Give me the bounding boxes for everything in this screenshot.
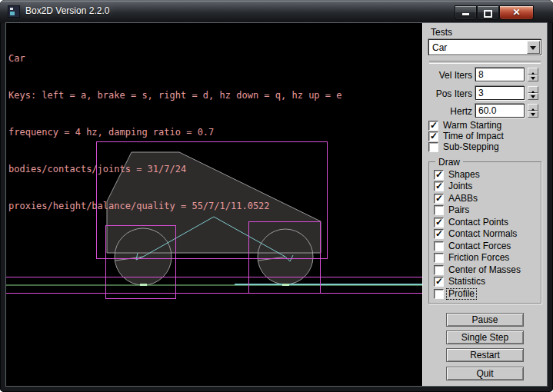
pairs-label: Pairs [448, 205, 469, 215]
draw-group: Draw Shapes Joints AABBs Pairs [428, 161, 541, 304]
spinner-up-button[interactable] [528, 86, 538, 93]
sub-stepping-checkbox[interactable] [428, 142, 438, 152]
titlebar[interactable]: Box2D Version 2.2.0 ✕ [0, 0, 553, 23]
debug-text-overlay: Car Keys: left = a, brake = s, right = d… [8, 28, 341, 237]
keys-help-text: Keys: left = a, brake = s, right = d, hz… [8, 89, 341, 101]
shapes-label: Shapes [448, 170, 480, 180]
profile-label: Profile [447, 289, 476, 299]
hertz-label: Hertz [423, 106, 472, 117]
joints-checkbox[interactable] [434, 181, 444, 191]
client-area: Car Keys: left = a, brake = s, right = d… [6, 23, 547, 386]
time-of-impact-label: Time of Impact [443, 131, 504, 141]
contact-points-checkbox[interactable] [434, 218, 444, 228]
time-of-impact-checkbox[interactable] [428, 131, 438, 141]
contact-forces-checkbox[interactable] [434, 241, 444, 251]
separator [429, 61, 541, 64]
app-window: Box2D Version 2.2.0 ✕ [0, 0, 553, 392]
chevron-down-icon [530, 46, 536, 53]
vel-iters-spinner [528, 68, 538, 81]
draw-group-legend: Draw [435, 157, 463, 168]
single-step-button[interactable]: Single Step [446, 331, 524, 344]
center-of-masses-checkbox[interactable] [434, 265, 444, 275]
front-contact-point [282, 284, 289, 286]
simulation-canvas[interactable]: Car Keys: left = a, brake = s, right = d… [6, 23, 422, 386]
rear-contact-point [140, 284, 147, 286]
app-icon-pixel [10, 12, 15, 15]
hertz-input[interactable] [475, 104, 525, 118]
spinner-down-button[interactable] [528, 93, 538, 100]
close-button[interactable]: ✕ [499, 5, 534, 20]
pos-iters-input[interactable] [475, 86, 525, 100]
spinner-down-button[interactable] [528, 75, 538, 81]
minimize-icon [462, 13, 469, 15]
profile-checkbox[interactable] [434, 289, 444, 299]
statistics-label: Statistics [448, 277, 485, 287]
maximize-button[interactable] [477, 5, 499, 20]
pos-iters-row: Pos Iters [423, 86, 548, 100]
vel-iters-input[interactable] [475, 68, 525, 81]
pairs-checkbox[interactable] [434, 205, 444, 215]
contact-points-label: Contact Points [448, 218, 508, 228]
friction-forces-label: Friction Forces [448, 253, 509, 263]
arrow-down-icon [531, 113, 535, 118]
vel-iters-label: Vel Iters [423, 70, 472, 81]
pos-iters-label: Pos Iters [423, 88, 472, 99]
test-name-text: Car [8, 52, 341, 65]
contact-forces-label: Contact Forces [448, 241, 511, 251]
shapes-checkbox[interactable] [434, 170, 444, 180]
quit-button[interactable]: Quit [446, 367, 524, 380]
contact-normals-checkbox[interactable] [434, 229, 444, 239]
proxies-stats-text: proxies/height/balance/quality = 55/7/1/… [8, 200, 341, 212]
aabbs-label: AABBs [448, 194, 478, 204]
spinner-up-button[interactable] [528, 104, 538, 111]
arrow-down-icon [531, 77, 535, 82]
hertz-row: Hertz [423, 104, 548, 118]
control-panel: Tests Car Vel Iters Pos Iters [422, 23, 547, 386]
statistics-checkbox[interactable] [434, 277, 444, 287]
spinner-down-button[interactable] [528, 111, 538, 118]
center-of-masses-label: Center of Masses [448, 265, 521, 275]
minimize-button[interactable] [455, 5, 477, 20]
app-icon-pixel [10, 8, 13, 10]
contact-normals-label: Contact Normals [448, 229, 517, 239]
close-icon: ✕ [500, 7, 533, 18]
tests-dropdown[interactable]: Car [428, 39, 541, 55]
restart-button[interactable]: Restart [446, 348, 524, 362]
sub-stepping-label: Sub-Stepping [443, 142, 499, 152]
arrow-down-icon [531, 95, 535, 101]
window-title: Box2D Version 2.2.0 [25, 0, 109, 23]
frequency-text: frequency = 4 hz, damping ratio = 0.7 [8, 126, 341, 138]
app-icon [8, 5, 20, 18]
tests-dropdown-value: Car [432, 42, 447, 53]
tests-dropdown-button[interactable] [527, 41, 540, 54]
bodies-stats-text: bodies/contacts/joints = 31/7/24 [8, 163, 341, 175]
hertz-spinner [528, 104, 538, 118]
spinner-up-button[interactable] [528, 68, 538, 75]
warm-starting-checkbox[interactable] [428, 121, 438, 131]
maximize-icon [484, 10, 492, 18]
friction-forces-checkbox[interactable] [434, 253, 444, 263]
aabbs-checkbox[interactable] [434, 194, 444, 204]
warm-starting-label: Warm Starting [443, 121, 501, 131]
vel-iters-row: Vel Iters [423, 68, 548, 81]
pos-iters-spinner [528, 86, 538, 100]
tests-label: Tests [431, 27, 452, 38]
joints-label: Joints [448, 181, 472, 191]
pause-button[interactable]: Pause [446, 313, 524, 327]
